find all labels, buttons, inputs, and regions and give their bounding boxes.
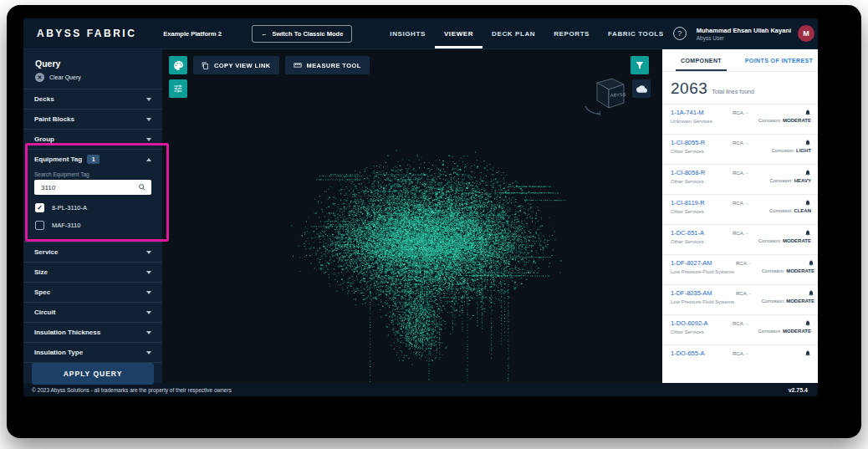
chevron-down-icon xyxy=(146,251,151,254)
bell-icon[interactable] xyxy=(804,109,811,116)
component-id[interactable]: 1-CI-8058-R xyxy=(671,169,731,176)
accordion-header[interactable]: Paint Blocks xyxy=(23,109,162,129)
search-input[interactable] xyxy=(39,183,135,192)
component-row[interactable]: 1-DF-8027-AM Low Pressure Fluid Systems … xyxy=(662,254,818,284)
accordion-header[interactable]: Size xyxy=(23,262,162,282)
component-row[interactable]: 1-DO-655-A RCA: - xyxy=(662,344,818,375)
viewer-3d[interactable]: COPY VIEW LINK MEASURE TOOL xyxy=(162,49,662,383)
tab-component[interactable]: COMPONENT xyxy=(662,49,740,71)
chevron-down-icon xyxy=(146,351,151,355)
equipment-tag-option[interactable]: 8-PL-3110-A xyxy=(23,199,162,217)
bell-icon[interactable] xyxy=(808,259,814,267)
accordion-header[interactable]: Group xyxy=(23,129,162,149)
switch-classic-mode-label: Switch To Classic Mode xyxy=(272,30,343,38)
nav-item[interactable]: INSIGHTS xyxy=(380,18,435,48)
corrosion-value: MODERATE xyxy=(783,118,811,123)
checkbox[interactable] xyxy=(35,203,44,212)
footer-bar: © 2023 Abyss Solutions - all trademarks … xyxy=(23,383,818,396)
tab-points-of-interest[interactable]: POINTS OF INTEREST xyxy=(740,49,818,71)
accordion-group-top: Decks Paint Blocks Group xyxy=(23,89,162,149)
bell-icon[interactable] xyxy=(804,350,811,357)
component-row[interactable]: 1-DO-6092-A Other Services RCA: - Corros… xyxy=(662,314,818,344)
bell-icon[interactable] xyxy=(804,319,811,327)
render-mode-button[interactable] xyxy=(169,56,187,74)
accordion-header[interactable]: Service xyxy=(23,242,162,262)
platform-selector[interactable]: Example Platform 2 xyxy=(158,29,227,38)
query-title: Query xyxy=(23,49,162,72)
component-id[interactable]: 1-DO-6092-A xyxy=(671,319,731,327)
component-main: 1-DC-651-A Other Services xyxy=(671,229,731,254)
user-avatar[interactable]: M xyxy=(798,25,814,42)
equipment-tag-label: Equipment Tag xyxy=(34,156,82,163)
component-row[interactable]: 1-DC-651-A Other Services RCA: - Corrosi… xyxy=(662,224,818,254)
apply-query-button[interactable]: APPLY QUERY xyxy=(32,363,154,385)
component-main: 1-CI-8119-R Other Services xyxy=(671,199,731,224)
component-main: 1-CI-8055-R Other Services xyxy=(671,139,731,164)
component-id[interactable]: 1-CI-8119-R xyxy=(671,199,731,207)
back-arrow-icon: ← xyxy=(261,30,268,38)
option-label: 8-PL-3110-A xyxy=(52,204,87,212)
component-row[interactable]: 1-CI-8058-R Other Services RCA: - Corros… xyxy=(662,164,818,194)
component-row[interactable]: 1-1A-741-M Unknown Services RCA: - Corro… xyxy=(662,104,818,134)
component-row[interactable]: 1-CI-8119-R Other Services RCA: - Corros… xyxy=(662,194,818,224)
component-id[interactable]: 1-DF-8027-AM xyxy=(671,259,734,267)
clear-query-button[interactable]: ✕ Clear Query xyxy=(23,72,162,89)
component-row[interactable]: 1-DF-8035-AM Low Pressure Fluid Systems … xyxy=(662,284,818,314)
checkbox[interactable] xyxy=(35,221,44,230)
component-rca: RCA: - xyxy=(733,229,761,254)
accordion-header[interactable]: Insulation Thickness xyxy=(23,322,162,342)
nav-item[interactable]: DECK PLAN xyxy=(483,18,544,48)
corrosion-value: MODERATE xyxy=(786,268,814,273)
tune-settings-button[interactable] xyxy=(169,79,187,98)
accordion-group-bottom: Service Size Spec Circuit Insula xyxy=(23,242,162,363)
bell-icon[interactable] xyxy=(804,199,811,207)
bell-icon[interactable] xyxy=(804,139,811,146)
measure-tool-label: MEASURE TOOL xyxy=(307,62,361,69)
component-main: 1-DF-8035-AM Low Pressure Fluid Systems xyxy=(671,289,734,314)
accordion-header-equipment-tag[interactable]: Equipment Tag 1 xyxy=(23,149,162,169)
bell-icon[interactable] xyxy=(808,289,814,297)
help-icon[interactable]: ? xyxy=(673,27,687,40)
accordion-label: Group xyxy=(34,135,54,143)
chevron-down-icon xyxy=(146,291,151,294)
nav-item[interactable]: VIEWER xyxy=(435,18,483,48)
component-row[interactable]: 1-CI-8055-R Other Services RCA: - Corros… xyxy=(662,134,818,164)
nav-item-label: DECK PLAN xyxy=(492,30,535,38)
measure-tool-button[interactable]: MEASURE TOOL xyxy=(285,56,370,74)
copy-view-link-button[interactable]: COPY VIEW LINK xyxy=(193,56,279,74)
component-id[interactable]: 1-1A-741-M xyxy=(671,109,731,116)
copy-view-link-label: COPY VIEW LINK xyxy=(214,62,271,69)
equipment-tag-option[interactable]: MAF-3110 xyxy=(23,217,162,234)
chevron-down-icon xyxy=(146,271,151,274)
nav-item[interactable]: REPORTS xyxy=(544,18,599,48)
component-service: Other Services xyxy=(671,329,731,334)
component-service: Low Pressure Fluid Systems xyxy=(671,269,734,274)
accordion-header[interactable]: Circuit xyxy=(23,302,162,322)
accordion-header[interactable]: Spec xyxy=(23,282,162,302)
bell-icon[interactable] xyxy=(804,229,811,237)
chevron-down-icon xyxy=(146,311,151,314)
component-id[interactable]: 1-DF-8035-AM xyxy=(671,289,734,297)
component-service: Other Services xyxy=(671,209,731,214)
accordion-header[interactable]: Decks xyxy=(23,89,162,109)
component-rca: RCA: - xyxy=(736,289,764,314)
orientation-cube[interactable]: ABYSS xyxy=(577,69,632,123)
copy-icon xyxy=(202,62,209,69)
bell-icon[interactable] xyxy=(804,169,811,176)
switch-classic-mode-button[interactable]: ← Switch To Classic Mode xyxy=(252,25,352,43)
component-rca: RCA: - xyxy=(733,109,761,134)
chevron-down-icon xyxy=(146,118,151,121)
cloud-button[interactable] xyxy=(632,79,651,98)
nav-item[interactable]: FABRIC TOOLS xyxy=(599,18,673,48)
user-info[interactable]: Muhammad Ehsan Ullah Kayani Abyss User xyxy=(697,27,791,41)
corrosion-value: LIGHT xyxy=(796,148,811,153)
window-frame: ABYSS FABRIC Example Platform 2 ← Switch… xyxy=(7,5,861,438)
component-id[interactable]: 1-DO-655-A xyxy=(671,350,731,357)
accordion-header[interactable]: Insulation Type xyxy=(23,342,162,362)
nav-item-label: VIEWER xyxy=(444,30,473,38)
component-id[interactable]: 1-CI-8055-R xyxy=(671,139,731,146)
filter-button[interactable] xyxy=(631,56,649,74)
component-id[interactable]: 1-DC-651-A xyxy=(671,229,731,237)
chevron-down-icon xyxy=(146,138,151,141)
user-name: Muhammad Ehsan Ullah Kayani xyxy=(697,27,791,34)
